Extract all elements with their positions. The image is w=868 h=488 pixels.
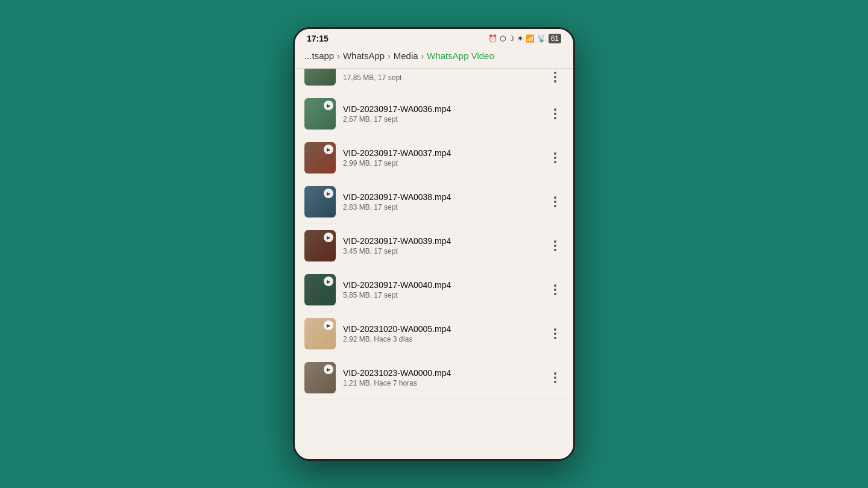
- play-icon: ▶: [324, 189, 333, 198]
- partial-file-info: 17,85 MB, 17 sept: [343, 72, 539, 83]
- play-icon: ▶: [324, 145, 333, 154]
- phone-frame: 17:15 ⏰ ⬡ ☽ ✶ 📶 📡 61 ...tsapp › WhatsApp…: [293, 27, 575, 461]
- file-info: VID-20230917-WA0039.mp4 3,45 MB, 17 sept: [343, 236, 539, 255]
- status-icons: ⏰ ⬡ ☽ ✶ 📶 📡 61: [488, 34, 561, 43]
- partial-file-meta: 17,85 MB, 17 sept: [343, 74, 401, 82]
- file-meta: 2,67 MB, 17 sept: [343, 115, 539, 124]
- more-button[interactable]: [547, 193, 564, 210]
- file-thumbnail: ▶: [304, 230, 336, 261]
- breadcrumb-sep-3: ›: [421, 51, 424, 61]
- file-meta: 1,21 MB, Hace 7 horas: [343, 379, 539, 387]
- file-name: VID-20230917-WA0036.mp4: [343, 104, 539, 114]
- file-meta: 3,45 MB, 17 sept: [343, 247, 539, 255]
- bluetooth-icon: ✶: [517, 34, 523, 43]
- partial-thumbnail: [304, 69, 336, 86]
- more-button[interactable]: [547, 149, 564, 166]
- file-thumbnail: ▶: [304, 186, 336, 217]
- file-thumbnail: ▶: [304, 362, 336, 393]
- wifi-icon: 📡: [537, 34, 546, 43]
- file-item-partial: 17,85 MB, 17 sept: [295, 69, 573, 92]
- partial-more-button[interactable]: [547, 69, 564, 86]
- more-button[interactable]: [547, 281, 564, 298]
- alarm-icon: ⏰: [488, 34, 497, 43]
- list-item[interactable]: ▶ VID-20231020-WA0005.mp4 2,92 MB, Hace …: [295, 312, 573, 356]
- file-name: VID-20230917-WA0040.mp4: [343, 280, 539, 290]
- breadcrumb-item-video[interactable]: WhatsApp Video: [427, 51, 494, 61]
- list-item[interactable]: ▶ VID-20231023-WA0000.mp4 1,21 MB, Hace …: [295, 356, 573, 400]
- file-list[interactable]: 17,85 MB, 17 sept ▶ VID-20230917-WA0036.…: [295, 69, 573, 459]
- file-thumbnail: ▶: [304, 142, 336, 174]
- breadcrumb: ...tsapp › WhatsApp › Media › WhatsApp V…: [295, 46, 573, 68]
- moon-icon: ☽: [508, 34, 515, 43]
- file-thumbnail: ▶: [304, 274, 336, 305]
- list-item[interactable]: ▶ VID-20230917-WA0040.mp4 5,85 MB, 17 se…: [295, 268, 573, 312]
- more-dots-icon: [554, 284, 556, 295]
- work-icon: ⬡: [500, 34, 506, 43]
- file-thumbnail: ▶: [304, 318, 336, 349]
- file-meta: 2,92 MB, Hace 3 días: [343, 335, 539, 343]
- file-info: VID-20231023-WA0000.mp4 1,21 MB, Hace 7 …: [343, 368, 539, 387]
- file-info: VID-20231020-WA0005.mp4 2,92 MB, Hace 3 …: [343, 324, 539, 343]
- status-time: 17:15: [307, 34, 329, 43]
- breadcrumb-item-tsapp[interactable]: ...tsapp: [304, 51, 334, 61]
- more-dots-icon: [554, 152, 556, 163]
- list-item[interactable]: ▶ VID-20230917-WA0038.mp4 2,83 MB, 17 se…: [295, 180, 573, 224]
- list-item[interactable]: ▶ VID-20230917-WA0036.mp4 2,67 MB, 17 se…: [295, 92, 573, 136]
- play-icon: ▶: [324, 277, 333, 286]
- list-item[interactable]: ▶ VID-20230917-WA0037.mp4 2,99 MB, 17 se…: [295, 136, 573, 180]
- play-icon: ▶: [324, 364, 333, 374]
- more-dots-icon: [554, 240, 556, 251]
- signal-icon: 📶: [526, 34, 535, 43]
- battery-icon: 61: [549, 34, 561, 43]
- more-dots-icon: [554, 328, 556, 339]
- file-meta: 5,85 MB, 17 sept: [343, 291, 539, 299]
- more-button[interactable]: [547, 105, 564, 122]
- file-name: VID-20230917-WA0037.mp4: [343, 148, 539, 158]
- play-icon: ▶: [324, 321, 333, 330]
- more-button[interactable]: [547, 237, 564, 254]
- more-button[interactable]: [547, 325, 564, 342]
- breadcrumb-sep-1: ›: [337, 51, 340, 61]
- more-dots-icon: [554, 108, 556, 119]
- file-name: VID-20230917-WA0038.mp4: [343, 192, 539, 202]
- file-name: VID-20231020-WA0005.mp4: [343, 324, 539, 334]
- status-bar: 17:15 ⏰ ⬡ ☽ ✶ 📶 📡 61: [295, 29, 573, 46]
- file-info: VID-20230917-WA0038.mp4 2,83 MB, 17 sept: [343, 192, 539, 211]
- file-info: VID-20230917-WA0036.mp4 2,67 MB, 17 sept: [343, 104, 539, 124]
- file-thumbnail: ▶: [304, 98, 336, 130]
- file-meta: 2,83 MB, 17 sept: [343, 203, 539, 211]
- play-icon: ▶: [324, 233, 333, 242]
- more-dots: [554, 72, 556, 83]
- file-name: VID-20230917-WA0039.mp4: [343, 236, 539, 246]
- more-button[interactable]: [547, 369, 564, 386]
- file-info: VID-20230917-WA0037.mp4 2,99 MB, 17 sept: [343, 148, 539, 167]
- file-name: VID-20231023-WA0000.mp4: [343, 368, 539, 378]
- play-icon: ▶: [324, 101, 333, 110]
- file-meta: 2,99 MB, 17 sept: [343, 159, 539, 167]
- breadcrumb-item-media[interactable]: Media: [394, 51, 418, 61]
- more-dots-icon: [554, 196, 556, 207]
- list-item[interactable]: ▶ VID-20230917-WA0039.mp4 3,45 MB, 17 se…: [295, 224, 573, 268]
- more-dots-icon: [554, 372, 556, 383]
- file-info: VID-20230917-WA0040.mp4 5,85 MB, 17 sept: [343, 280, 539, 299]
- breadcrumb-sep-2: ›: [388, 51, 391, 61]
- breadcrumb-item-whatsapp[interactable]: WhatsApp: [343, 51, 385, 61]
